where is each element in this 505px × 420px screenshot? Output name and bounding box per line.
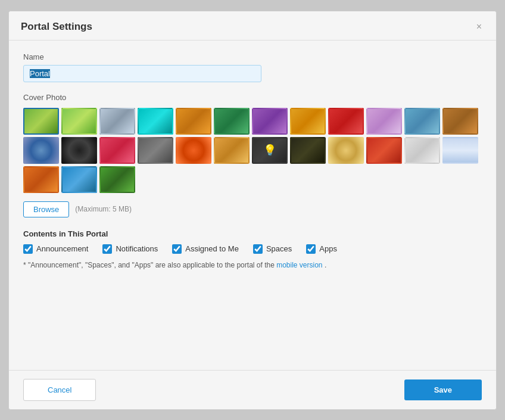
name-label: Name bbox=[23, 52, 482, 61]
photo-thumb[interactable] bbox=[176, 137, 211, 164]
photo-thumb[interactable] bbox=[176, 108, 211, 135]
mobile-version-link[interactable]: mobile version bbox=[276, 261, 322, 269]
assigned-to-me-checkbox[interactable] bbox=[172, 244, 182, 254]
photo-thumb[interactable] bbox=[99, 166, 135, 193]
browse-button[interactable]: Browse bbox=[23, 201, 69, 217]
photo-thumb[interactable] bbox=[328, 108, 364, 135]
photo-thumb[interactable] bbox=[214, 108, 250, 135]
photo-thumb[interactable] bbox=[214, 137, 250, 164]
photo-thumb[interactable] bbox=[442, 108, 478, 135]
announcement-label: Announcement bbox=[36, 244, 88, 253]
cancel-button[interactable]: Cancel bbox=[23, 379, 96, 401]
photo-thumb[interactable] bbox=[404, 108, 440, 135]
photo-thumb[interactable] bbox=[99, 108, 135, 135]
contents-title: Contents in This Portal bbox=[23, 229, 482, 238]
checkbox-apps[interactable]: Apps bbox=[306, 244, 337, 254]
dialog-body: Name Cover Photo bbox=[9, 41, 496, 370]
dialog-header: Portal Settings × bbox=[9, 11, 496, 41]
photo-thumb[interactable] bbox=[404, 137, 440, 164]
save-button[interactable]: Save bbox=[404, 379, 482, 400]
note-prefix: * "Announcement", "Spaces", and "Apps" a… bbox=[23, 261, 275, 269]
cover-photos-grid: 💡 bbox=[23, 108, 482, 193]
photo-thumb[interactable] bbox=[23, 137, 59, 164]
browse-row: Browse (Maximum: 5 MB) bbox=[23, 201, 482, 217]
note-suffix: . bbox=[325, 261, 326, 269]
notifications-checkbox[interactable] bbox=[102, 244, 112, 254]
notifications-label: Notifications bbox=[116, 244, 158, 253]
photo-thumb[interactable] bbox=[328, 137, 364, 164]
cover-photos-row-2: 💡 bbox=[23, 137, 482, 164]
assigned-to-me-label: Assigned to Me bbox=[185, 244, 239, 253]
photo-thumb[interactable] bbox=[138, 137, 173, 164]
photo-thumb[interactable] bbox=[23, 108, 59, 135]
photo-thumb[interactable] bbox=[442, 137, 478, 164]
photo-thumb[interactable] bbox=[138, 108, 173, 135]
dialog-footer: Cancel Save bbox=[9, 370, 496, 409]
cover-photos-row-1 bbox=[23, 108, 482, 135]
photo-thumb[interactable] bbox=[366, 137, 402, 164]
photo-thumb[interactable]: 💡 bbox=[252, 137, 288, 164]
checkboxes-row: Announcement Notifications Assigned to M… bbox=[23, 244, 482, 254]
close-button[interactable]: × bbox=[474, 21, 484, 33]
contents-section: Contents in This Portal Announcement Not… bbox=[23, 229, 482, 269]
cover-photo-label: Cover Photo bbox=[23, 93, 482, 102]
cover-photos-row-3 bbox=[23, 166, 482, 193]
spaces-label: Spaces bbox=[266, 244, 292, 253]
apps-checkbox[interactable] bbox=[306, 244, 316, 254]
announcement-checkbox[interactable] bbox=[23, 244, 33, 254]
photo-thumb[interactable] bbox=[252, 108, 288, 135]
photo-thumb[interactable] bbox=[290, 108, 326, 135]
spaces-checkbox[interactable] bbox=[253, 244, 263, 254]
apps-label: Apps bbox=[319, 244, 337, 253]
checkbox-assigned-to-me[interactable]: Assigned to Me bbox=[172, 244, 239, 254]
portal-settings-dialog: Portal Settings × Name Cover Photo bbox=[8, 11, 497, 410]
photo-thumb[interactable] bbox=[61, 166, 97, 193]
photo-thumb[interactable] bbox=[290, 137, 326, 164]
checkbox-announcement[interactable]: Announcement bbox=[23, 244, 88, 254]
photo-thumb[interactable] bbox=[23, 166, 59, 193]
photo-thumb[interactable] bbox=[61, 108, 97, 135]
checkbox-notifications[interactable]: Notifications bbox=[102, 244, 158, 254]
photo-thumb[interactable] bbox=[61, 137, 97, 164]
dialog-title: Portal Settings bbox=[21, 21, 92, 33]
max-size-label: (Maximum: 5 MB) bbox=[75, 205, 132, 213]
photo-thumb[interactable] bbox=[99, 137, 135, 164]
photo-thumb[interactable] bbox=[366, 108, 402, 135]
checkbox-spaces[interactable]: Spaces bbox=[253, 244, 292, 254]
note-text: * "Announcement", "Spaces", and "Apps" a… bbox=[23, 261, 482, 269]
name-input[interactable] bbox=[23, 65, 261, 82]
